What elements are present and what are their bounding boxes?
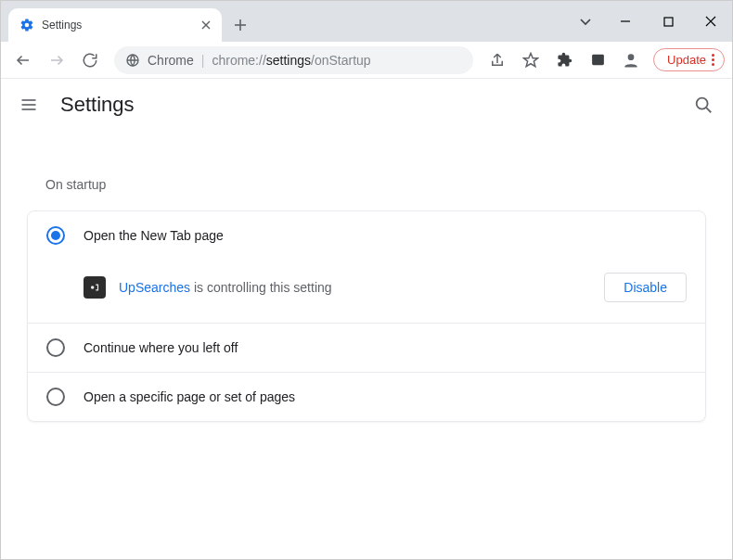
back-button[interactable] xyxy=(8,45,38,75)
url-divider: | xyxy=(201,53,205,68)
window-titlebar: Settings xyxy=(1,1,732,42)
share-icon[interactable] xyxy=(482,45,512,75)
settings-header: Settings xyxy=(1,79,732,131)
search-icon[interactable] xyxy=(693,95,714,115)
svg-point-18 xyxy=(697,98,708,109)
startup-option-specific[interactable]: Open a specific page or set of pages xyxy=(28,372,705,421)
page-title: Settings xyxy=(60,93,693,117)
minimize-button[interactable] xyxy=(604,6,647,36)
option-label: Open a specific page or set of pages xyxy=(84,389,295,404)
controlled-by-text: UpSearches is controlling this setting xyxy=(119,280,332,295)
svg-marker-11 xyxy=(524,53,538,66)
radio-icon[interactable] xyxy=(46,226,65,245)
menu-icon[interactable] xyxy=(19,95,42,114)
option-label: Open the New Tab page xyxy=(84,228,224,243)
gear-icon xyxy=(19,18,34,32)
update-label: Update xyxy=(667,53,706,67)
extensions-icon[interactable] xyxy=(549,45,579,75)
svg-point-14 xyxy=(628,54,635,60)
section-title: On startup xyxy=(45,177,706,192)
disable-button[interactable]: Disable xyxy=(604,273,687,302)
tab-title: Settings xyxy=(42,19,201,32)
profile-icon[interactable] xyxy=(616,45,646,75)
site-info-icon[interactable] xyxy=(125,53,140,68)
url-rest: /onStartup xyxy=(311,53,371,68)
option-label: Continue where you left off xyxy=(84,340,238,355)
address-bar[interactable]: Chrome | chrome://settings/onStartup xyxy=(114,46,473,74)
new-tab-button[interactable] xyxy=(227,12,253,38)
forward-button[interactable] xyxy=(42,45,71,75)
svg-line-19 xyxy=(706,108,711,112)
startup-option-continue[interactable]: Continue where you left off xyxy=(28,323,705,372)
controlled-by-extension-row: UpSearches is controlling this setting D… xyxy=(28,260,705,323)
startup-card: Open the New Tab page UpSearches is cont… xyxy=(27,210,706,422)
url-bold: settings xyxy=(266,53,311,68)
svg-point-20 xyxy=(91,286,95,289)
svg-rect-5 xyxy=(664,18,673,26)
browser-toolbar: Chrome | chrome://settings/onStartup Upd… xyxy=(1,42,732,79)
extension-icon xyxy=(84,276,106,299)
update-button[interactable]: Update xyxy=(653,48,725,71)
url-scheme-label: Chrome xyxy=(148,53,194,68)
maximize-button[interactable] xyxy=(647,6,689,36)
url-host: chrome:// xyxy=(212,53,265,68)
close-window-button[interactable] xyxy=(689,6,732,36)
extension-name-link[interactable]: UpSearches xyxy=(119,280,190,295)
radio-icon[interactable] xyxy=(46,388,65,406)
close-tab-icon[interactable] xyxy=(201,20,211,30)
startup-option-newtab[interactable]: Open the New Tab page xyxy=(28,211,705,260)
controlled-by-suffix: is controlling this setting xyxy=(190,280,332,295)
settings-content: On startup Open the New Tab page UpSearc… xyxy=(1,131,732,444)
window-controls xyxy=(567,1,732,42)
sidepanel-icon[interactable] xyxy=(583,45,612,75)
bookmark-icon[interactable] xyxy=(516,45,546,75)
reload-button[interactable] xyxy=(75,45,105,75)
browser-tab[interactable]: Settings xyxy=(8,8,222,42)
menu-dots-icon xyxy=(712,54,714,66)
chevron-down-icon[interactable] xyxy=(567,15,604,28)
radio-icon[interactable] xyxy=(46,338,65,357)
